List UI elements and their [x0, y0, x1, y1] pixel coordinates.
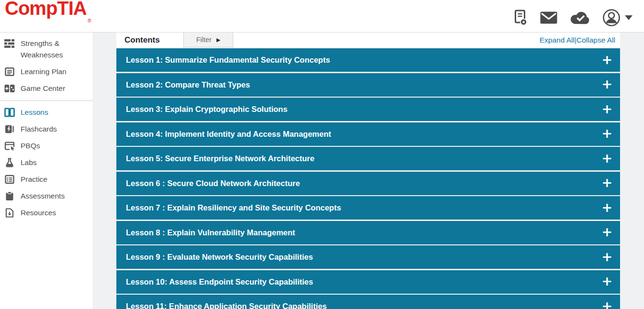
sidebar-item-label: Resources — [21, 207, 56, 219]
labs-flask-icon — [4, 158, 15, 167]
lesson-row-10[interactable]: Lesson 10: Assess Endpoint Security Capa… — [116, 270, 620, 294]
sidebar-item-labs[interactable]: Labs — [0, 154, 93, 171]
sidebar-item-label: Strengths & Weaknesses — [21, 38, 88, 61]
lesson-row-1[interactable]: Lesson 1: Summarize Fundamental Security… — [116, 48, 620, 72]
lessons-book-icon — [4, 108, 15, 117]
pbqs-icon — [4, 141, 15, 151]
lesson-title: Lesson 5: Secure Enterprise Network Arch… — [126, 154, 315, 163]
cloud-check-icon[interactable] — [570, 11, 589, 24]
strengths-weaknesses-icon — [4, 39, 15, 48]
expand-plus-icon[interactable]: + — [601, 77, 612, 90]
lesson-accordion-list: Lesson 1: Summarize Fundamental Security… — [116, 48, 620, 309]
expand-plus-icon[interactable]: + — [601, 225, 612, 238]
learning-plan-icon — [4, 67, 15, 77]
lesson-title: Lesson 8 : Explain Vulnerability Managem… — [126, 228, 295, 237]
sidebar-item-resources[interactable]: Resources — [0, 205, 93, 221]
sidebar-item-game-center[interactable]: Game Center — [0, 80, 93, 97]
sidebar-item-label: Assessments — [21, 190, 65, 202]
lesson-row-3[interactable]: Lesson 3: Explain Cryptographic Solution… — [116, 98, 620, 121]
mail-icon[interactable] — [540, 11, 557, 24]
expand-plus-icon[interactable]: + — [601, 53, 612, 66]
contents-toolbar: Contents Filter ▶ Expand All | Collapse … — [116, 33, 620, 47]
lesson-row-2[interactable]: Lesson 2: Compare Threat Types + — [116, 73, 620, 97]
header-icon-bar: ★ — [514, 9, 633, 27]
lesson-row-5[interactable]: Lesson 5: Secure Enterprise Network Arch… — [116, 147, 620, 170]
sidebar-item-label: Game Center — [21, 83, 65, 94]
sidebar-item-assessments[interactable]: Assessments — [0, 188, 93, 205]
sidebar-divider — [0, 100, 93, 101]
filter-label: Filter — [196, 36, 212, 44]
assessments-clipboard-icon — [4, 191, 15, 201]
account-menu[interactable] — [602, 9, 633, 27]
page-title: Contents — [116, 35, 160, 45]
sidebar-item-flashcards[interactable]: Flashcards — [0, 121, 93, 138]
expand-plus-icon[interactable]: + — [601, 201, 612, 214]
filter-arrow-icon: ▶ — [216, 37, 220, 43]
sidebar-item-practice[interactable]: Practice — [0, 171, 93, 188]
game-center-icon — [4, 84, 15, 93]
content-panel: Contents Filter ▶ Expand All | Collapse … — [116, 33, 620, 309]
caret-down-icon — [625, 15, 633, 20]
expand-plus-icon[interactable]: + — [601, 127, 612, 140]
sidebar-item-label: PBQs — [21, 140, 40, 152]
expand-plus-icon[interactable]: + — [601, 176, 612, 189]
sidebar-item-label: Learning Plan — [21, 66, 67, 77]
expand-plus-icon[interactable]: + — [601, 275, 612, 287]
lesson-row-6[interactable]: Lesson 6 : Secure Cloud Network Architec… — [116, 172, 620, 195]
logo-text: CompTIA — [5, 0, 87, 19]
practice-list-icon — [4, 175, 15, 184]
flashcards-icon — [4, 124, 15, 134]
lesson-row-8[interactable]: Lesson 8 : Explain Vulnerability Managem… — [116, 221, 620, 244]
lesson-title: Lesson 7 : Explain Resiliency and Site S… — [126, 203, 341, 212]
expand-plus-icon[interactable]: + — [601, 250, 612, 263]
lesson-title: Lesson 6 : Secure Cloud Network Architec… — [126, 179, 300, 188]
svg-text:★: ★ — [521, 20, 525, 24]
expand-all-link[interactable]: Expand All — [540, 36, 575, 44]
lesson-title: Lesson 1: Summarize Fundamental Security… — [126, 55, 330, 65]
sidebar-item-lessons[interactable]: Lessons — [0, 104, 93, 121]
main-area: Strengths & Weaknesses Learning Plan — [0, 33, 644, 309]
sidebar-item-label: Flashcards — [21, 123, 57, 135]
collapse-all-link[interactable]: Collapse All — [576, 36, 615, 44]
sidebar-item-strengths-weaknesses[interactable]: Strengths & Weaknesses — [0, 35, 93, 64]
expand-plus-icon[interactable]: + — [601, 102, 612, 115]
sidebar-item-pbqs[interactable]: PBQs — [0, 138, 93, 154]
lesson-title: Lesson 4: Implement Identity and Access … — [126, 130, 331, 139]
registered-mark: ® — [88, 10, 91, 32]
lesson-title: Lesson 2: Compare Threat Types — [126, 80, 250, 89]
lesson-title: Lesson 9 : Evaluate Network Security Cap… — [126, 253, 313, 262]
lesson-row-9[interactable]: Lesson 9 : Evaluate Network Security Cap… — [116, 245, 620, 269]
filter-button[interactable]: Filter ▶ — [183, 33, 233, 47]
sidebar-nav: Strengths & Weaknesses Learning Plan — [0, 33, 93, 309]
lesson-row-7[interactable]: Lesson 7 : Explain Resiliency and Site S… — [116, 196, 620, 220]
resources-download-icon — [4, 208, 15, 218]
comptia-logo[interactable]: CompTIA ® — [5, 0, 91, 32]
expand-plus-icon[interactable]: + — [601, 152, 612, 165]
sidebar-item-label: Labs — [21, 157, 37, 168]
lesson-title: Lesson 10: Assess Endpoint Security Capa… — [126, 277, 313, 287]
expand-plus-icon[interactable]: + — [601, 299, 612, 309]
lesson-row-11[interactable]: Lesson 11: Enhance Application Security … — [116, 295, 620, 309]
sidebar-item-label: Practice — [21, 174, 47, 185]
top-header: CompTIA ® ★ — [0, 0, 644, 33]
report-star-icon[interactable]: ★ — [514, 10, 527, 26]
sidebar-item-label: Lessons — [21, 107, 48, 118]
lesson-title: Lesson 11: Enhance Application Security … — [126, 302, 327, 309]
expand-collapse-links: Expand All | Collapse All — [540, 36, 620, 44]
account-icon — [602, 9, 621, 27]
lesson-title: Lesson 3: Explain Cryptographic Solution… — [126, 105, 287, 114]
lesson-row-4[interactable]: Lesson 4: Implement Identity and Access … — [116, 122, 620, 146]
sidebar-item-learning-plan[interactable]: Learning Plan — [0, 64, 93, 80]
